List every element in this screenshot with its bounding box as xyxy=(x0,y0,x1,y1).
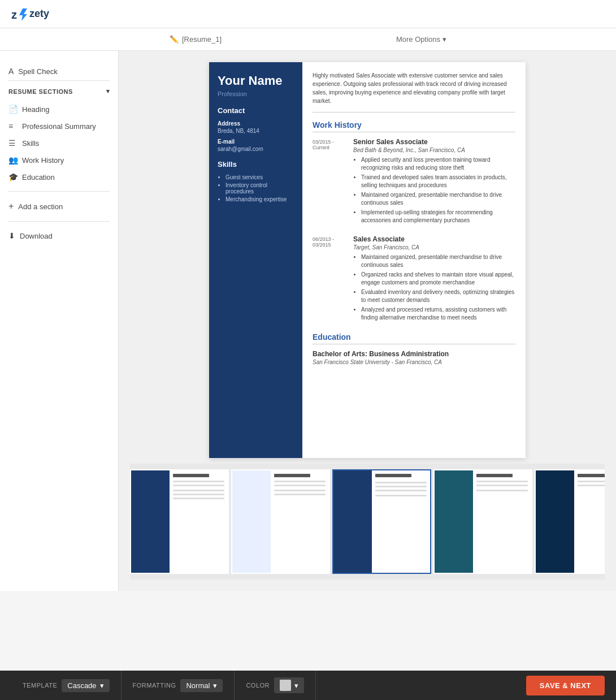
skills-list: Guest services Inventory control procedu… xyxy=(218,174,294,202)
bullet-1-1: Applied security and loss prevention tra… xyxy=(361,156,515,172)
work-dates-1: 03/2015 - Current xyxy=(313,138,346,226)
bullet-2-3: Evaluated inventory and delivery needs, … xyxy=(361,288,515,304)
download-icon: ⬇ xyxy=(8,231,15,240)
download-button[interactable]: ⬇ Download xyxy=(8,227,110,244)
more-options-button[interactable]: More Options ▾ xyxy=(396,35,446,44)
template-strip xyxy=(130,464,605,580)
resume-document: Your Name Profession Contact Address Bre… xyxy=(209,62,526,458)
resume-summary-text: Highly motivated Sales Associate with ex… xyxy=(313,71,515,113)
sidebar-item-heading[interactable]: 📄 Heading xyxy=(8,101,110,118)
work-details-2: Sales Associate Target, San Francisco, C… xyxy=(353,235,515,323)
education-icon: 🎓 xyxy=(8,172,18,182)
sidebar-item-education[interactable]: 🎓 Education xyxy=(8,168,110,185)
work-bullets-2: Maintained organized, presentable mercha… xyxy=(353,253,515,322)
address-value: Breda, NB, 4814 xyxy=(218,128,294,134)
bullet-2-2: Organized racks and shelves to maintain … xyxy=(361,271,515,287)
bullet-1-4: Implemented up-selling strategies for re… xyxy=(361,209,515,224)
template-thumb-1[interactable] xyxy=(130,469,229,574)
sidebar-item-work-history[interactable]: 👥 Work History xyxy=(8,152,110,168)
education-heading: Education xyxy=(313,332,515,344)
skills-heading: Skills xyxy=(218,160,294,168)
work-icon: 👥 xyxy=(8,155,18,165)
heading-icon: 📄 xyxy=(8,105,18,114)
resume-right-panel: Highly motivated Sales Associate with ex… xyxy=(302,62,526,458)
template-thumb-2[interactable] xyxy=(231,469,330,574)
svg-text:z: z xyxy=(11,8,17,21)
email-label: E-mail xyxy=(218,139,294,145)
work-title-1: Senior Sales Associate xyxy=(353,138,515,146)
work-entry-2: 06/2013 - 03/2015 Sales Associate Target… xyxy=(313,235,515,323)
skill-item-2: Inventory control procedures xyxy=(225,182,294,195)
top-bar: ✏️ [Resume_1] More Options ▾ xyxy=(0,28,616,51)
resume-area: Your Name Profession Contact Address Bre… xyxy=(119,51,616,591)
bullet-2-4: Analyzed and processed returns, assistin… xyxy=(361,306,515,322)
resume-contact-heading: Contact xyxy=(218,106,294,115)
sidebar-divider-2 xyxy=(8,221,110,222)
education-entry-1: Bachelor of Arts: Business Administratio… xyxy=(313,350,515,365)
address-label: Address xyxy=(218,120,294,127)
logo-text: zety xyxy=(29,8,49,20)
resume-sections-header: RESUME SECTIONS ▾ xyxy=(8,88,110,95)
header: z zety xyxy=(0,0,616,28)
sections-chevron-icon[interactable]: ▾ xyxy=(106,88,110,95)
resume-person-name[interactable]: Your Name xyxy=(218,74,294,88)
sidebar-divider-1 xyxy=(8,191,110,192)
summary-icon: ≡ xyxy=(8,122,18,131)
plus-icon: + xyxy=(8,201,14,211)
sidebar-item-skills[interactable]: ☰ Skills xyxy=(8,135,110,152)
skills-icon: ☰ xyxy=(8,139,18,148)
email-value: sarah@gmail.com xyxy=(218,146,294,152)
bullet-1-2: Trained and developed sales team associa… xyxy=(361,174,515,189)
edu-degree-1: Bachelor of Arts: Business Administratio… xyxy=(313,350,515,358)
work-company-1: Bed Bath & Beyond, Inc., San Francisco, … xyxy=(353,147,515,153)
sidebar-item-professional-summary[interactable]: ≡ Professional Summary xyxy=(8,118,110,135)
template-thumb-3[interactable] xyxy=(332,469,431,574)
logo[interactable]: z zety xyxy=(11,6,49,22)
edu-school-1: San Francisco State University - San Fra… xyxy=(313,359,515,365)
svg-marker-1 xyxy=(19,8,27,21)
work-company-2: Target, San Francisco, CA xyxy=(353,244,515,250)
work-details-1: Senior Sales Associate Bed Bath & Beyond… xyxy=(353,138,515,226)
chevron-down-icon: ▾ xyxy=(443,35,446,44)
resume-name-bar[interactable]: ✏️ [Resume_1] xyxy=(170,35,222,44)
skill-item-3: Merchandising expertise xyxy=(225,196,294,202)
bullet-1-3: Maintained organized, presentable mercha… xyxy=(361,191,515,207)
spell-check-icon: A xyxy=(8,67,14,76)
add-section-button[interactable]: + Add a section xyxy=(8,197,110,215)
template-thumb-4[interactable] xyxy=(433,469,532,574)
resume-profession[interactable]: Profession xyxy=(218,90,294,97)
resume-left-panel: Your Name Profession Contact Address Bre… xyxy=(209,62,302,458)
resume-filename[interactable]: [Resume_1] xyxy=(182,35,222,44)
template-thumb-5[interactable] xyxy=(535,469,605,574)
content-area: A Spell Check RESUME SECTIONS ▾ 📄 Headin… xyxy=(0,51,616,591)
skill-item-1: Guest services xyxy=(225,174,294,180)
work-dates-2: 06/2013 - 03/2015 xyxy=(313,235,346,323)
spell-check-button[interactable]: A Spell Check xyxy=(8,62,110,81)
work-title-2: Sales Associate xyxy=(353,235,515,243)
work-history-heading: Work History xyxy=(313,120,515,132)
bullet-2-1: Maintained organized, presentable mercha… xyxy=(361,253,515,269)
work-bullets-1: Applied security and loss prevention tra… xyxy=(353,156,515,224)
sidebar: A Spell Check RESUME SECTIONS ▾ 📄 Headin… xyxy=(0,51,119,591)
work-entry-1: 03/2015 - Current Senior Sales Associate… xyxy=(313,138,515,226)
edit-icon: ✏️ xyxy=(170,35,179,44)
